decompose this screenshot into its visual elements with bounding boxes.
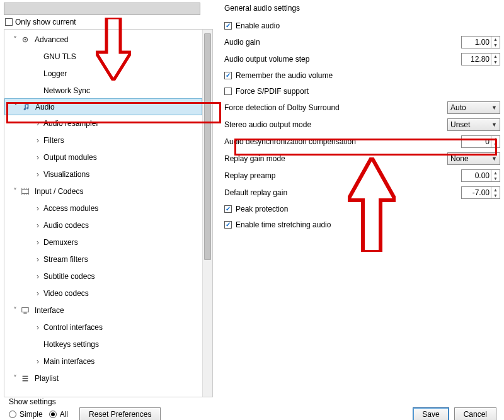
stepper-up-icon[interactable]: ▲ xyxy=(491,187,500,193)
tree-category-advanced[interactable]: ˅Advanced xyxy=(4,31,202,48)
volume-step-input[interactable] xyxy=(462,54,491,64)
radio-simple[interactable]: Simple xyxy=(9,410,43,419)
enable-audio-checkbox[interactable]: Enable audio xyxy=(224,19,500,33)
dolby-value: Auto xyxy=(450,103,466,112)
chevron-down-icon: ▼ xyxy=(491,105,497,111)
replay-mode-label: Replay gain mode xyxy=(224,154,447,163)
reset-preferences-button[interactable]: Reset Preferences xyxy=(79,407,161,420)
stepper-down-icon[interactable]: ▼ xyxy=(491,142,500,147)
checkbox-icon xyxy=(224,72,232,79)
tree-item-gnu-tls[interactable]: GNU TLS xyxy=(4,48,202,65)
stepper-up-icon[interactable]: ▲ xyxy=(491,170,500,176)
show-settings-label: Show settings xyxy=(9,397,161,406)
chevron-down-icon: ˅ xyxy=(11,374,20,383)
stepper-down-icon[interactable]: ▼ xyxy=(491,59,500,65)
tree-category-audio[interactable]: ˅Audio xyxy=(4,98,202,115)
tree-category-playlist[interactable]: ˅Playlist xyxy=(4,370,202,387)
stepper-up-icon[interactable]: ▲ xyxy=(491,54,500,59)
tree-item-main-interfaces[interactable]: ›Main interfaces xyxy=(4,353,202,370)
desync-stepper[interactable]: ▲▼ xyxy=(461,135,500,148)
default-replay-stepper[interactable]: ▲▼ xyxy=(461,186,500,199)
force-spdif-checkbox[interactable]: Force S/PDIF support xyxy=(224,84,500,98)
scroll-thumb[interactable] xyxy=(204,33,211,260)
radio-all[interactable]: All xyxy=(49,410,68,419)
tree-item-subtitle-codecs[interactable]: ›Subtitle codecs xyxy=(4,268,202,285)
tree-item-label: GNU TLS xyxy=(43,52,76,61)
stepper-down-icon[interactable]: ▼ xyxy=(491,176,500,181)
tree-item-label: Output modules xyxy=(43,153,97,162)
audio-gain-stepper[interactable]: ▲▼ xyxy=(461,36,500,48)
replay-preamp-input[interactable] xyxy=(462,171,491,181)
tree-item-audio-resampler[interactable]: ›Audio resampler xyxy=(4,115,202,132)
settings-tree[interactable]: ˅AdvancedGNU TLSLoggerNetwork Sync˅Audio… xyxy=(4,30,202,397)
tree-item-label: Network Sync xyxy=(43,86,90,95)
tree-item-label: Audio xyxy=(35,103,55,111)
stepper-down-icon[interactable]: ▼ xyxy=(491,193,500,198)
tree-item-stream-filters[interactable]: ›Stream filters xyxy=(4,251,202,268)
codec-icon xyxy=(21,187,32,196)
tree-item-label: Access modules xyxy=(43,204,98,213)
checkbox-icon xyxy=(224,205,232,213)
remember-volume-checkbox[interactable]: Remember the audio volume xyxy=(224,69,500,82)
cancel-button[interactable]: Cancel xyxy=(454,407,496,420)
chevron-right-icon: › xyxy=(33,170,42,179)
chevron-down-icon: ˅ xyxy=(11,103,20,111)
tree-item-visualizations[interactable]: ›Visualizations xyxy=(4,166,202,183)
tree-item-label: Logger xyxy=(43,69,67,78)
tree-item-label: Interface xyxy=(35,306,64,315)
tree-item-label: Audio resampler xyxy=(43,119,98,128)
checkbox-icon xyxy=(224,22,232,30)
stepper-up-icon[interactable]: ▲ xyxy=(491,136,500,142)
replay-mode-combo[interactable]: None ▼ xyxy=(447,152,500,165)
peak-protection-checkbox[interactable]: Peak protection xyxy=(224,202,500,216)
tree-category-interface[interactable]: ˅Interface xyxy=(4,302,202,319)
stepper-up-icon[interactable]: ▲ xyxy=(491,37,500,42)
replay-mode-value: None xyxy=(450,154,469,163)
tree-category-input-codecs[interactable]: ˅Input / Codecs xyxy=(4,183,202,200)
dolby-combo[interactable]: Auto ▼ xyxy=(447,101,500,114)
replay-preamp-stepper[interactable]: ▲▼ xyxy=(461,169,500,182)
chevron-right-icon: › xyxy=(33,153,42,162)
dolby-label: Force detection of Dolby Surround xyxy=(224,103,447,112)
remember-volume-label: Remember the audio volume xyxy=(236,71,333,80)
tree-item-label: Control interfaces xyxy=(43,323,103,332)
chevron-right-icon: › xyxy=(33,204,42,213)
svg-rect-4 xyxy=(23,312,26,313)
tree-item-hotkeys-settings[interactable]: Hotkeys settings xyxy=(4,336,202,353)
save-button[interactable]: Save xyxy=(413,407,449,420)
volume-step-stepper[interactable]: ▲▼ xyxy=(461,53,500,65)
tree-item-network-sync[interactable]: Network Sync xyxy=(4,82,202,99)
stepper-down-icon[interactable]: ▼ xyxy=(491,42,500,48)
stereo-mode-value: Unset xyxy=(450,120,470,129)
radio-icon xyxy=(49,411,57,418)
tree-item-label: Demuxers xyxy=(43,238,78,247)
stereo-mode-label: Stereo audio output mode xyxy=(224,120,447,129)
default-replay-input[interactable] xyxy=(462,188,491,198)
time-stretch-checkbox[interactable]: Enable time stretching audio xyxy=(224,218,500,232)
tree-item-control-interfaces[interactable]: ›Control interfaces xyxy=(4,319,202,336)
desync-input[interactable] xyxy=(462,137,491,147)
tree-scrollbar[interactable] xyxy=(202,30,212,397)
tree-item-label: Playlist xyxy=(35,374,59,383)
tree-item-label: Stream filters xyxy=(43,255,88,264)
tree-item-output-modules[interactable]: ›Output modules xyxy=(4,149,202,166)
tree-item-audio-codecs[interactable]: ›Audio codecs xyxy=(4,217,202,234)
tree-item-demuxers[interactable]: ›Demuxers xyxy=(4,234,202,251)
chevron-down-icon: ˅ xyxy=(11,306,20,315)
iface-icon xyxy=(21,306,32,315)
search-input[interactable] xyxy=(4,3,200,15)
tree-item-label: Input / Codecs xyxy=(35,187,83,196)
only-show-current-checkbox[interactable]: Only show current xyxy=(5,18,213,26)
chevron-down-icon: ˅ xyxy=(11,187,20,196)
list-icon xyxy=(21,374,32,383)
tree-item-logger[interactable]: Logger xyxy=(4,65,202,82)
chevron-right-icon: › xyxy=(33,238,42,247)
checkbox-icon xyxy=(224,221,232,229)
tree-item-video-codecs[interactable]: ›Video codecs xyxy=(4,285,202,302)
chevron-down-icon: ▼ xyxy=(491,122,497,128)
stereo-mode-combo[interactable]: Unset ▼ xyxy=(447,118,500,131)
tree-item-access-modules[interactable]: ›Access modules xyxy=(4,200,202,217)
audio-gain-input[interactable] xyxy=(462,37,491,47)
tree-item-label: Main interfaces xyxy=(43,357,94,366)
tree-item-filters[interactable]: ›Filters xyxy=(4,132,202,149)
